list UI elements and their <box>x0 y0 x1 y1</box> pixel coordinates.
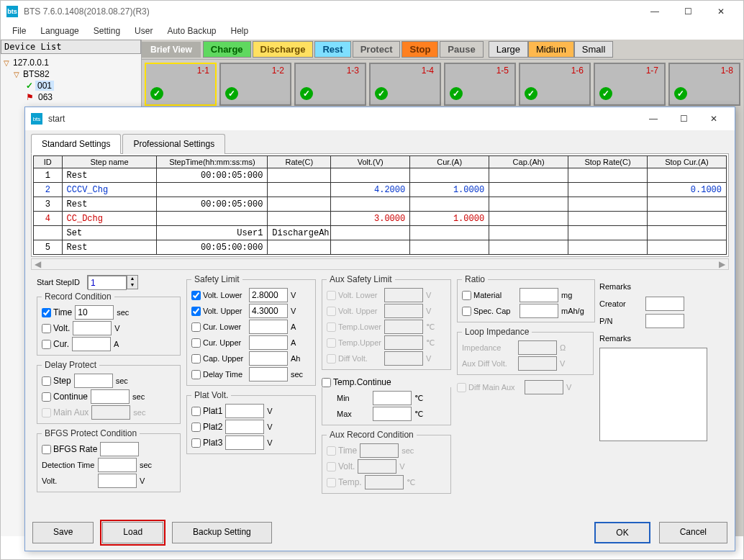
tab-professional-settings[interactable]: Professional Settings <box>122 134 225 154</box>
col-header[interactable]: Step name <box>62 156 157 168</box>
menu-autobackup[interactable]: Auto Backup <box>161 24 222 37</box>
tree-channel-063[interactable]: 063 <box>36 92 55 102</box>
safety-vupper-checkbox[interactable] <box>191 307 201 316</box>
spin-down-icon[interactable]: ▼ <box>127 282 137 289</box>
ratio-speccap-checkbox[interactable] <box>462 307 471 316</box>
start-stepid-spinner[interactable]: ▲▼ <box>87 275 138 289</box>
col-header[interactable]: Cap.(Ah) <box>489 156 568 168</box>
menu-setting[interactable]: Setting <box>88 24 126 37</box>
remarks-textarea[interactable] <box>599 348 707 441</box>
channel-1-5[interactable]: 1-5✓ <box>444 63 516 106</box>
table-row[interactable]: 1Rest00:00:05:000 <box>34 168 727 183</box>
table-row[interactable]: 4CC_Dchg3.00001.0000 <box>34 212 727 226</box>
bfgs-rate-checkbox[interactable] <box>42 445 51 454</box>
safety-delaytime-input[interactable] <box>249 367 288 381</box>
close-button[interactable]: ✕ <box>704 1 738 22</box>
record-time-checkbox[interactable] <box>42 308 51 317</box>
safety-clower-checkbox[interactable] <box>191 322 201 332</box>
tree-device[interactable]: BTS82 <box>21 69 52 79</box>
dialog-close-button[interactable]: ✕ <box>699 108 729 130</box>
tree-toggle-icon[interactable]: ▽ <box>14 71 19 78</box>
record-cur-checkbox[interactable] <box>42 340 51 349</box>
channel-1-6[interactable]: 1-6✓ <box>519 63 591 106</box>
col-header[interactable]: StepTime(hh:mm:ss:ms) <box>157 156 268 168</box>
plat1-checkbox[interactable] <box>191 407 201 416</box>
minimize-button[interactable]: — <box>638 1 671 22</box>
plat3-input[interactable] <box>225 435 264 450</box>
mode-protect-button[interactable]: Protect <box>353 41 401 58</box>
load-button[interactable]: Load <box>102 522 163 543</box>
delay-continue-input[interactable] <box>91 389 130 404</box>
cancel-button[interactable]: Cancel <box>659 522 727 543</box>
mode-discharge-button[interactable]: Discharge <box>253 41 314 58</box>
col-header[interactable]: ID <box>34 156 63 168</box>
safety-vupper-input[interactable] <box>249 304 288 318</box>
record-volt-checkbox[interactable] <box>42 324 51 333</box>
tree-toggle-icon[interactable]: ▽ <box>4 59 9 67</box>
ok-button[interactable]: OK <box>594 522 650 543</box>
delay-step-input[interactable] <box>74 374 113 388</box>
tab-standard-settings[interactable]: Standard Settings <box>31 134 121 154</box>
col-header[interactable]: Stop Cur.(A) <box>647 156 726 168</box>
col-header[interactable]: Rate(C) <box>268 156 331 168</box>
plat1-input[interactable] <box>225 404 264 418</box>
record-volt-input[interactable] <box>73 321 112 335</box>
col-header[interactable]: Stop Rate(C) <box>568 156 648 168</box>
plat2-checkbox[interactable] <box>191 423 201 432</box>
safety-clower-input[interactable] <box>249 320 288 334</box>
record-cur-input[interactable] <box>72 337 111 351</box>
tree-channel-001[interactable]: 001 <box>35 81 54 91</box>
mode-rest-button[interactable]: Rest <box>314 41 350 58</box>
channel-1-4[interactable]: 1-4✓ <box>369 63 441 106</box>
ratio-speccap-input[interactable] <box>520 304 558 318</box>
table-row[interactable]: 3Rest00:00:05:000 <box>34 197 727 212</box>
size-midium-button[interactable]: Midium <box>528 41 574 58</box>
backup-setting-button[interactable]: Backup Setting <box>172 522 272 543</box>
save-button[interactable]: Save <box>32 522 94 543</box>
safety-vlower-checkbox[interactable] <box>191 291 201 300</box>
creator-input[interactable] <box>645 297 684 311</box>
channel-1-2[interactable]: 1-2✓ <box>219 63 291 106</box>
plat3-checkbox[interactable] <box>191 438 201 448</box>
table-row[interactable]: 2CCCV_Chg4.20001.00000.1000 <box>34 183 727 197</box>
col-header[interactable]: Volt.(V) <box>331 156 410 168</box>
bfgs-rate-input[interactable] <box>100 442 139 456</box>
steps-table[interactable]: IDStep nameStepTime(hh:mm:ss:ms)Rate(C)V… <box>33 155 727 255</box>
bfgs-volt-input[interactable] <box>98 474 137 488</box>
safety-delaytime-checkbox[interactable] <box>191 370 201 379</box>
bfgs-detection-input[interactable] <box>98 458 137 472</box>
tempcontinue-max-input[interactable] <box>373 407 412 421</box>
menu-user[interactable]: User <box>129 24 158 37</box>
spin-up-icon[interactable]: ▲ <box>127 276 137 282</box>
mode-pause-button[interactable]: Pause <box>440 41 483 58</box>
safety-cupper-checkbox[interactable] <box>191 338 201 348</box>
safety-capupper-checkbox[interactable] <box>191 354 201 363</box>
table-row[interactable]: SetUser1DischargeAh <box>34 226 727 240</box>
channel-1-7[interactable]: 1-7✓ <box>594 63 666 106</box>
tempcontinue-checkbox[interactable] <box>322 378 331 387</box>
menu-file[interactable]: File <box>6 24 32 37</box>
horizontal-scrollbar[interactable]: ◀▶ <box>31 258 729 270</box>
size-large-button[interactable]: Large <box>489 41 528 58</box>
delay-continue-checkbox[interactable] <box>42 392 51 402</box>
safety-vlower-input[interactable] <box>249 288 288 302</box>
record-time-input[interactable] <box>75 305 114 320</box>
delay-step-checkbox[interactable] <box>42 376 51 386</box>
pn-input[interactable] <box>645 314 684 328</box>
safety-cupper-input[interactable] <box>249 335 288 350</box>
tempcontinue-min-input[interactable] <box>373 391 412 405</box>
table-row[interactable]: 5Rest00:05:00:000 <box>34 240 727 255</box>
mode-stop-button[interactable]: Stop <box>402 41 438 58</box>
tree-root[interactable]: 127.0.0.1 <box>11 58 51 68</box>
channel-1-8[interactable]: 1-8✓ <box>668 63 740 106</box>
size-small-button[interactable]: Small <box>574 41 614 58</box>
dialog-maximize-button[interactable]: ☐ <box>668 108 699 130</box>
menu-language[interactable]: Language <box>35 24 84 37</box>
mode-charge-button[interactable]: Charge <box>203 41 251 58</box>
device-tree[interactable]: ▽127.0.0.1 ▽BTS82 ✓001 ⚑063 <box>1 54 141 106</box>
start-stepid-input[interactable] <box>88 276 127 290</box>
col-header[interactable]: Cur.(A) <box>410 156 489 168</box>
menu-help[interactable]: Help <box>224 24 254 37</box>
ratio-material-checkbox[interactable] <box>462 291 471 300</box>
plat2-input[interactable] <box>225 420 264 434</box>
